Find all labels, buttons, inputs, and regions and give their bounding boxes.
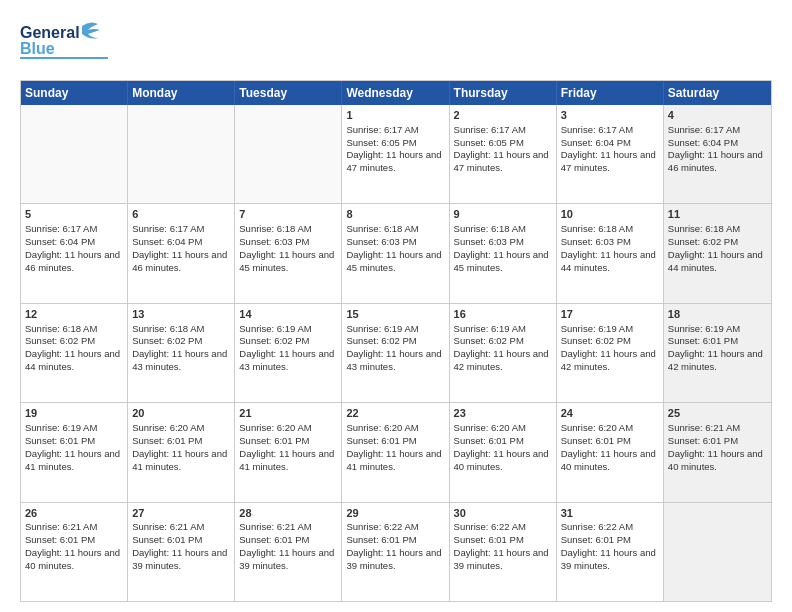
day-number: 3 — [561, 108, 659, 123]
day-number: 8 — [346, 207, 444, 222]
day-info: Sunrise: 6:21 AMSunset: 6:01 PMDaylight:… — [239, 521, 334, 570]
day-number: 10 — [561, 207, 659, 222]
day-info: Sunrise: 6:21 AMSunset: 6:01 PMDaylight:… — [668, 422, 763, 471]
weekday-wednesday: Wednesday — [342, 81, 449, 105]
cal-cell: 13Sunrise: 6:18 AMSunset: 6:02 PMDayligh… — [128, 304, 235, 402]
day-number: 11 — [668, 207, 767, 222]
day-number: 13 — [132, 307, 230, 322]
weekday-thursday: Thursday — [450, 81, 557, 105]
day-info: Sunrise: 6:20 AMSunset: 6:01 PMDaylight:… — [561, 422, 656, 471]
weekday-friday: Friday — [557, 81, 664, 105]
cal-cell — [664, 503, 771, 601]
calendar: SundayMondayTuesdayWednesdayThursdayFrid… — [20, 80, 772, 602]
day-info: Sunrise: 6:19 AMSunset: 6:01 PMDaylight:… — [25, 422, 120, 471]
day-number: 9 — [454, 207, 552, 222]
day-info: Sunrise: 6:22 AMSunset: 6:01 PMDaylight:… — [454, 521, 549, 570]
cal-cell: 29Sunrise: 6:22 AMSunset: 6:01 PMDayligh… — [342, 503, 449, 601]
day-info: Sunrise: 6:19 AMSunset: 6:02 PMDaylight:… — [454, 323, 549, 372]
svg-text:Blue: Blue — [20, 40, 55, 57]
cal-cell: 12Sunrise: 6:18 AMSunset: 6:02 PMDayligh… — [21, 304, 128, 402]
day-number: 12 — [25, 307, 123, 322]
svg-text:General: General — [20, 24, 80, 41]
day-number: 19 — [25, 406, 123, 421]
day-info: Sunrise: 6:17 AMSunset: 6:04 PMDaylight:… — [25, 223, 120, 272]
day-info: Sunrise: 6:19 AMSunset: 6:02 PMDaylight:… — [346, 323, 441, 372]
day-info: Sunrise: 6:18 AMSunset: 6:02 PMDaylight:… — [668, 223, 763, 272]
day-number: 28 — [239, 506, 337, 521]
day-info: Sunrise: 6:21 AMSunset: 6:01 PMDaylight:… — [132, 521, 227, 570]
cal-cell — [235, 105, 342, 203]
day-number: 18 — [668, 307, 767, 322]
day-info: Sunrise: 6:17 AMSunset: 6:05 PMDaylight:… — [346, 124, 441, 173]
day-info: Sunrise: 6:17 AMSunset: 6:04 PMDaylight:… — [561, 124, 656, 173]
day-info: Sunrise: 6:17 AMSunset: 6:04 PMDaylight:… — [668, 124, 763, 173]
day-number: 31 — [561, 506, 659, 521]
day-info: Sunrise: 6:18 AMSunset: 6:03 PMDaylight:… — [561, 223, 656, 272]
day-info: Sunrise: 6:20 AMSunset: 6:01 PMDaylight:… — [132, 422, 227, 471]
cal-row-0: 1Sunrise: 6:17 AMSunset: 6:05 PMDaylight… — [21, 105, 771, 203]
day-number: 26 — [25, 506, 123, 521]
day-info: Sunrise: 6:20 AMSunset: 6:01 PMDaylight:… — [454, 422, 549, 471]
weekday-tuesday: Tuesday — [235, 81, 342, 105]
cal-cell: 16Sunrise: 6:19 AMSunset: 6:02 PMDayligh… — [450, 304, 557, 402]
cal-cell: 23Sunrise: 6:20 AMSunset: 6:01 PMDayligh… — [450, 403, 557, 501]
cal-cell: 8Sunrise: 6:18 AMSunset: 6:03 PMDaylight… — [342, 204, 449, 302]
cal-cell: 3Sunrise: 6:17 AMSunset: 6:04 PMDaylight… — [557, 105, 664, 203]
day-number: 5 — [25, 207, 123, 222]
weekday-saturday: Saturday — [664, 81, 771, 105]
cal-cell: 6Sunrise: 6:17 AMSunset: 6:04 PMDaylight… — [128, 204, 235, 302]
day-info: Sunrise: 6:22 AMSunset: 6:01 PMDaylight:… — [346, 521, 441, 570]
day-info: Sunrise: 6:19 AMSunset: 6:02 PMDaylight:… — [239, 323, 334, 372]
cal-cell — [21, 105, 128, 203]
day-info: Sunrise: 6:17 AMSunset: 6:04 PMDaylight:… — [132, 223, 227, 272]
cal-cell: 25Sunrise: 6:21 AMSunset: 6:01 PMDayligh… — [664, 403, 771, 501]
calendar-header: SundayMondayTuesdayWednesdayThursdayFrid… — [21, 81, 771, 105]
day-number: 7 — [239, 207, 337, 222]
day-number: 15 — [346, 307, 444, 322]
cal-cell: 28Sunrise: 6:21 AMSunset: 6:01 PMDayligh… — [235, 503, 342, 601]
day-number: 25 — [668, 406, 767, 421]
weekday-sunday: Sunday — [21, 81, 128, 105]
cal-row-3: 19Sunrise: 6:19 AMSunset: 6:01 PMDayligh… — [21, 402, 771, 501]
day-info: Sunrise: 6:18 AMSunset: 6:02 PMDaylight:… — [25, 323, 120, 372]
day-number: 14 — [239, 307, 337, 322]
day-info: Sunrise: 6:20 AMSunset: 6:01 PMDaylight:… — [346, 422, 441, 471]
calendar-body: 1Sunrise: 6:17 AMSunset: 6:05 PMDaylight… — [21, 105, 771, 601]
logo: General Blue — [20, 16, 110, 70]
cal-cell: 15Sunrise: 6:19 AMSunset: 6:02 PMDayligh… — [342, 304, 449, 402]
day-number: 24 — [561, 406, 659, 421]
cal-cell: 31Sunrise: 6:22 AMSunset: 6:01 PMDayligh… — [557, 503, 664, 601]
cal-row-1: 5Sunrise: 6:17 AMSunset: 6:04 PMDaylight… — [21, 203, 771, 302]
cal-cell: 10Sunrise: 6:18 AMSunset: 6:03 PMDayligh… — [557, 204, 664, 302]
day-number: 30 — [454, 506, 552, 521]
day-info: Sunrise: 6:22 AMSunset: 6:01 PMDaylight:… — [561, 521, 656, 570]
cal-cell: 2Sunrise: 6:17 AMSunset: 6:05 PMDaylight… — [450, 105, 557, 203]
cal-cell: 11Sunrise: 6:18 AMSunset: 6:02 PMDayligh… — [664, 204, 771, 302]
cal-cell: 4Sunrise: 6:17 AMSunset: 6:04 PMDaylight… — [664, 105, 771, 203]
day-number: 27 — [132, 506, 230, 521]
day-number: 20 — [132, 406, 230, 421]
cal-cell: 18Sunrise: 6:19 AMSunset: 6:01 PMDayligh… — [664, 304, 771, 402]
day-number: 17 — [561, 307, 659, 322]
page: General Blue SundayMondayTuesdayWednesda… — [0, 0, 792, 612]
cal-cell: 26Sunrise: 6:21 AMSunset: 6:01 PMDayligh… — [21, 503, 128, 601]
day-number: 23 — [454, 406, 552, 421]
day-number: 2 — [454, 108, 552, 123]
day-info: Sunrise: 6:19 AMSunset: 6:02 PMDaylight:… — [561, 323, 656, 372]
cal-cell: 20Sunrise: 6:20 AMSunset: 6:01 PMDayligh… — [128, 403, 235, 501]
cal-cell — [128, 105, 235, 203]
cal-row-4: 26Sunrise: 6:21 AMSunset: 6:01 PMDayligh… — [21, 502, 771, 601]
cal-cell: 30Sunrise: 6:22 AMSunset: 6:01 PMDayligh… — [450, 503, 557, 601]
day-number: 4 — [668, 108, 767, 123]
day-info: Sunrise: 6:18 AMSunset: 6:03 PMDaylight:… — [454, 223, 549, 272]
cal-cell: 22Sunrise: 6:20 AMSunset: 6:01 PMDayligh… — [342, 403, 449, 501]
header: General Blue — [20, 16, 772, 70]
day-number: 1 — [346, 108, 444, 123]
cal-cell: 19Sunrise: 6:19 AMSunset: 6:01 PMDayligh… — [21, 403, 128, 501]
cal-cell: 21Sunrise: 6:20 AMSunset: 6:01 PMDayligh… — [235, 403, 342, 501]
cal-cell: 24Sunrise: 6:20 AMSunset: 6:01 PMDayligh… — [557, 403, 664, 501]
day-info: Sunrise: 6:18 AMSunset: 6:03 PMDaylight:… — [239, 223, 334, 272]
day-number: 16 — [454, 307, 552, 322]
day-info: Sunrise: 6:20 AMSunset: 6:01 PMDaylight:… — [239, 422, 334, 471]
cal-cell: 7Sunrise: 6:18 AMSunset: 6:03 PMDaylight… — [235, 204, 342, 302]
